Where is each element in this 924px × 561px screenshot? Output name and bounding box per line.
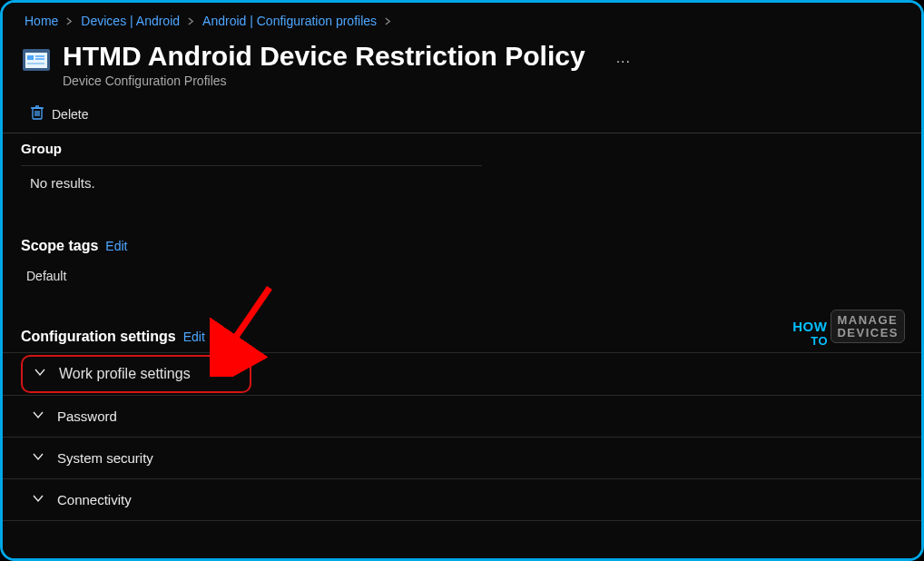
svg-rect-1 xyxy=(25,53,47,68)
scope-tags-value: Default xyxy=(3,260,921,283)
watermark-box: MANAGE DEVICES xyxy=(831,310,905,343)
scope-tags-heading: Scope tags xyxy=(21,238,98,254)
breadcrumb-home[interactable]: Home xyxy=(25,14,58,28)
watermark: HOW TO MANAGE DEVICES xyxy=(792,310,905,343)
accordion-label: Password xyxy=(57,408,117,424)
chevron-right-icon xyxy=(65,14,74,28)
trash-icon xyxy=(30,104,44,123)
chevron-down-icon xyxy=(32,450,44,466)
config-settings-edit-link[interactable]: Edit xyxy=(183,330,205,344)
page-title: HTMD Android Device Restriction Policy xyxy=(63,41,585,72)
accordion-label: System security xyxy=(57,450,153,466)
delete-button[interactable]: Delete xyxy=(30,104,88,123)
group-no-results: No results. xyxy=(3,166,921,194)
delete-label: Delete xyxy=(52,107,88,122)
chevron-right-icon xyxy=(187,14,195,28)
accordion-password[interactable]: Password xyxy=(3,396,921,438)
accordion-label: Work profile settings xyxy=(59,366,191,382)
chevron-right-icon xyxy=(384,14,392,28)
configuration-profile-icon xyxy=(23,46,50,74)
watermark-how: HOW xyxy=(792,319,827,334)
accordion-connectivity[interactable]: Connectivity xyxy=(3,479,921,521)
page-subtitle: Device Configuration Profiles xyxy=(63,74,585,88)
svg-rect-2 xyxy=(27,55,34,60)
watermark-to: TO xyxy=(811,334,828,348)
breadcrumb-devices-android[interactable]: Devices | Android xyxy=(81,14,180,28)
scope-tags-edit-link[interactable]: Edit xyxy=(105,239,127,253)
chevron-down-icon xyxy=(32,492,44,507)
more-menu-button[interactable]: ··· xyxy=(616,54,631,70)
accordion-system-security[interactable]: System security xyxy=(3,438,921,479)
breadcrumb: Home Devices | Android Android | Configu… xyxy=(3,3,921,35)
config-accordion: Work profile settings Password System se… xyxy=(3,352,921,521)
chevron-down-icon xyxy=(34,366,46,382)
accordion-label: Connectivity xyxy=(57,492,132,507)
group-heading: Group xyxy=(3,133,921,162)
config-settings-heading: Configuration settings xyxy=(21,329,176,345)
chevron-down-icon xyxy=(32,408,44,424)
breadcrumb-config-profiles[interactable]: Android | Configuration profiles xyxy=(202,14,377,28)
accordion-work-profile[interactable]: Work profile settings xyxy=(21,355,251,393)
